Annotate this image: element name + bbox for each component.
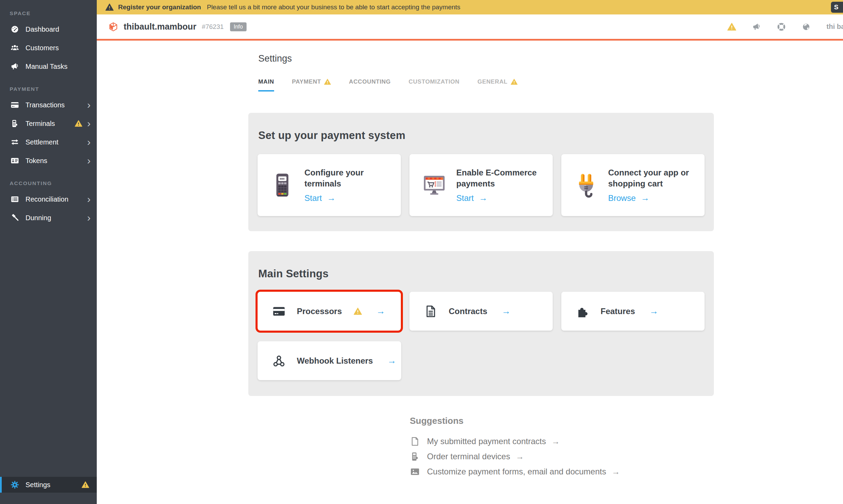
info-badge[interactable]: Info [230,22,247,31]
banner-message: Please tell us a bit more about your bus… [207,3,460,11]
webhook-icon [272,354,286,368]
tab-general[interactable]: GENERAL [477,78,517,92]
suggestion-label: Order terminal devices [427,452,510,461]
workspace-name: thibault.mambour [124,22,196,32]
suggestion-customize-forms[interactable]: Customize payment forms, email and docum… [410,464,843,479]
sidebar-item-label: Dunning [25,214,51,222]
chevron-right-icon [87,194,91,204]
transfer-icon [10,138,19,147]
sidebar-item-settings[interactable]: Settings [0,477,97,493]
support-icon[interactable] [777,22,786,31]
main-settings-row-1: Processors Contracts Features [258,292,705,331]
warning-icon [75,120,82,127]
sidebar-item-customers[interactable]: Customers [0,39,97,57]
user-menu[interactable]: thi ba [826,23,843,31]
chevron-right-icon [87,118,91,129]
start-link[interactable]: Start [456,193,545,203]
suggestion-label: My submitted payment contracts [427,437,546,446]
sidebar-item-label: Settings [25,481,50,489]
arrow-right-icon [479,193,488,203]
image-icon [410,467,420,477]
sidebar-section-payment: PAYMENT [0,76,97,96]
warning-icon [105,3,114,11]
tab-label: MAIN [258,78,274,85]
browse-link[interactable]: Browse [608,193,697,203]
credit-card-icon [10,100,19,109]
suggestions-section: Suggestions My submitted payment contrac… [410,416,843,479]
sidebar-section-accounting: ACCOUNTING [0,170,97,190]
warning-icon[interactable] [727,22,736,31]
suggestions-title: Suggestions [410,416,843,426]
settings-tabs: MAIN PAYMENT ACCOUNTING CUSTOMIZATION GE… [258,78,843,92]
sidebar-item-dunning[interactable]: Dunning [0,208,97,227]
suggestions-list: My submitted payment contracts Order ter… [410,434,843,479]
sidebar-item-label: Terminals [25,120,55,128]
sidebar-item-label: Reconciliation [25,195,69,203]
arrow-right-icon [649,306,658,317]
start-link[interactable]: Start [304,193,393,203]
sidebar-item-reconciliation[interactable]: Reconciliation [0,190,97,208]
chevron-right-icon [87,156,91,166]
warning-icon [354,307,362,315]
page-title: Settings [258,53,843,64]
cube-logo-icon [108,22,118,32]
card-title: Enable E-Commerce payments [456,167,545,189]
arrow-right-icon [387,355,396,366]
card-connect-app[interactable]: Connect your app or shopping cart Browse [561,154,705,216]
card-label: Contracts [449,307,487,316]
sidebar-item-tokens[interactable]: Tokens [0,151,97,170]
link-label: Start [304,193,322,203]
tab-payment[interactable]: PAYMENT [292,78,331,92]
plug-illustration [573,172,599,198]
list-icon [10,195,19,204]
terminal-icon [10,119,19,128]
sidebar-item-terminals[interactable]: Terminals [0,114,97,133]
terminal-icon [410,451,420,462]
card-label: Processors [297,307,342,316]
arrow-right-icon [516,452,524,461]
card-label: Webhook Listeners [297,356,373,366]
card-processors[interactable]: Processors [258,292,401,331]
puzzle-icon [576,304,590,318]
warning-icon [511,78,518,85]
card-webhook-listeners[interactable]: Webhook Listeners [258,341,401,380]
card-ecommerce[interactable]: Enable E-Commerce payments Start [409,154,553,216]
tab-label: PAYMENT [292,78,321,85]
suggestion-order-terminals[interactable]: Order terminal devices [410,449,843,464]
card-configure-terminals[interactable]: Configure your terminals Start [258,154,401,216]
banner-title: Register your organization [118,3,201,11]
sidebar-item-manual-tasks[interactable]: Manual Tasks [0,57,97,76]
sidebar-item-label: Settlement [25,138,59,146]
link-label: Browse [608,193,636,203]
banner-corner-button[interactable]: S [831,2,843,13]
suggestion-submitted-contracts[interactable]: My submitted payment contracts [410,434,843,449]
sidebar-item-label: Dashboard [25,25,59,33]
card-contracts[interactable]: Contracts [409,292,553,331]
link-label: Start [456,193,474,203]
sidebar-item-dashboard[interactable]: Dashboard [0,20,97,39]
tab-customization[interactable]: CUSTOMIZATION [409,78,460,92]
main-settings-title: Main Settings [258,251,705,280]
chevron-right-icon [87,100,91,110]
document-icon [410,436,420,447]
main-settings-row-2: Webhook Listeners [258,341,705,380]
card-features[interactable]: Features [561,292,705,331]
tab-label: GENERAL [477,78,507,85]
dashboard-icon [10,25,19,34]
announcement-icon[interactable] [752,22,761,31]
sidebar-item-label: Tokens [25,157,47,165]
sidebar-item-transactions[interactable]: Transactions [0,96,97,114]
register-banner[interactable]: Register your organization Please tell u… [97,0,843,14]
sidebar-item-settlement[interactable]: Settlement [0,133,97,151]
arrow-right-icon [376,306,385,317]
globe-icon[interactable] [802,22,811,31]
tab-accounting[interactable]: ACCOUNTING [349,78,391,92]
setup-section-title: Set up your payment system [258,113,705,142]
main-content: Settings MAIN PAYMENT ACCOUNTING CUSTOMI… [97,41,843,504]
card-title: Configure your terminals [304,167,393,189]
sidebar-item-label: Manual Tasks [25,63,67,71]
megaphone-icon [10,62,19,71]
chevron-right-icon [87,137,91,147]
tab-main[interactable]: MAIN [258,78,274,92]
gavel-icon [10,213,19,222]
